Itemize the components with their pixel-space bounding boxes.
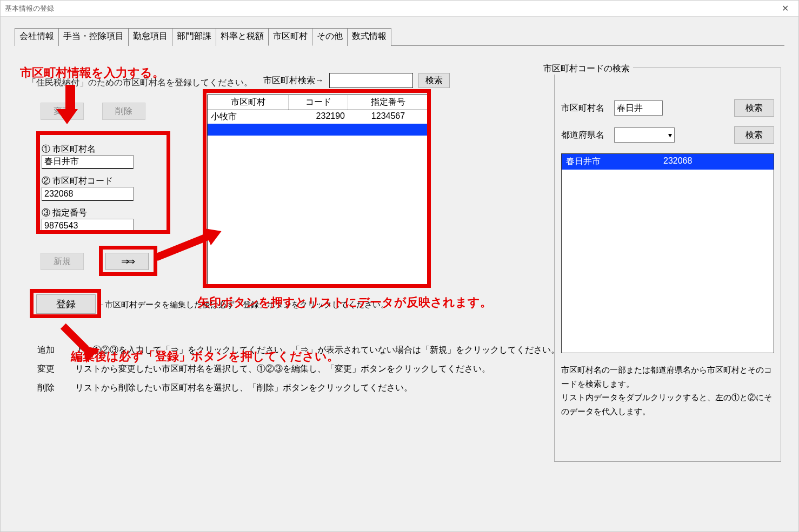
delete-button[interactable]: 削除 xyxy=(102,103,145,120)
help-del-lbl: 削除 xyxy=(37,378,73,397)
cell-code: 232190 xyxy=(289,110,348,124)
col-code: コード xyxy=(289,95,348,110)
tab-attendance[interactable]: 勤怠項目 xyxy=(128,28,172,46)
sp-cityname-input[interactable] xyxy=(614,100,663,116)
sp-pref-search-button[interactable]: 検索 xyxy=(734,126,774,144)
sp-pref-select[interactable]: ▾ xyxy=(614,127,675,143)
tab-formula[interactable]: 数式情報 xyxy=(347,28,391,46)
chevron-down-icon: ▾ xyxy=(668,131,672,139)
col-num: 指定番号 xyxy=(348,95,428,110)
cell-num: 1234567 xyxy=(348,110,428,124)
sp-result-list[interactable]: 春日井市 232068 xyxy=(561,153,774,353)
city-name-field[interactable] xyxy=(42,155,134,169)
register-button[interactable]: 登録 xyxy=(36,294,96,314)
help-text: 追加 上の①②③を入力して「⇒」をクリックしてください。「⇒」が表示されていない… xyxy=(37,340,560,398)
cell-city: 小牧市 xyxy=(208,110,289,124)
sp-note: 市区町村名の一部または都道府県名から市区町村とそのコードを検索します。 リスト内… xyxy=(561,363,774,418)
help-add-txt: 上の①②③を入力して「⇒」をクリックしてください。「⇒」が表示されていない場合は… xyxy=(75,345,560,354)
help-add-lbl: 追加 xyxy=(37,340,73,359)
sp-cell-name: 春日井市 xyxy=(566,156,663,167)
close-icon[interactable]: ✕ xyxy=(776,2,794,15)
tab-other[interactable]: その他 xyxy=(312,28,348,46)
city-list[interactable]: 市区町村 コード 指定番号 小牧市 232190 1234567 xyxy=(207,95,429,285)
entry-fields: ① 市区町村名 ② 市区町村コード ③ 指定番号 xyxy=(36,135,167,232)
window-title: 基本情報の登録 xyxy=(5,4,54,14)
list-row-selected[interactable] xyxy=(208,124,428,136)
code-search-panel: 市区町村名 検索 都道府県名 ▾ 検索 春日井市 xyxy=(554,68,781,462)
field2-label: ② 市区町村コード xyxy=(42,176,162,187)
search-label: 市区町村検索→ xyxy=(263,75,324,86)
sp-cityname-search-button[interactable]: 検索 xyxy=(734,99,774,117)
tab-bar: 会社情報 手当・控除項目 勤怠項目 部門部課 料率と税額 市区町村 その他 数式… xyxy=(15,28,784,46)
titlebar: 基本情報の登録 ✕ xyxy=(1,1,798,17)
sp-pref-row: 都道府県名 ▾ 検索 xyxy=(561,126,774,144)
annotation-arrow-diag-icon xyxy=(155,232,212,261)
help-chg-txt: リストから変更したい市区町村名を選択して、①②③を編集し、「変更」ボタンをクリッ… xyxy=(75,364,490,373)
list-row[interactable]: 小牧市 232190 1234567 xyxy=(208,110,428,124)
list-header: 市区町村 コード 指定番号 xyxy=(208,95,428,110)
page-instruction: 「住民税納付」のための市区町村名を登録してください。 xyxy=(28,77,252,89)
app-window: 基本情報の登録 ✕ 会社情報 手当・控除項目 勤怠項目 部門部課 料率と税額 市… xyxy=(0,0,799,532)
tab-rates[interactable]: 料率と税額 xyxy=(216,28,269,46)
sp-cityname-row: 市区町村名 検索 xyxy=(561,99,774,117)
new-button[interactable]: 新規 xyxy=(41,253,84,270)
sp-list-row[interactable]: 春日井市 232068 xyxy=(562,154,774,170)
city-search-row: 市区町村検索→ 検索 xyxy=(263,73,450,88)
city-search-input[interactable] xyxy=(329,73,413,88)
search-panel-legend: 市区町村コードの検索 xyxy=(540,63,633,75)
city-code-field[interactable] xyxy=(42,187,134,201)
tab-allowance[interactable]: 手当・控除項目 xyxy=(58,28,129,46)
tab-page-city: 「住民税納付」のための市区町村名を登録してください。 市区町村検索→ 検索 変更… xyxy=(15,46,784,532)
change-button[interactable]: 変更 xyxy=(41,103,84,120)
content-area: 会社情報 手当・控除項目 勤怠項目 部門部課 料率と税額 市区町村 その他 数式… xyxy=(15,28,784,517)
field1-label: ① 市区町村名 xyxy=(42,144,162,155)
tab-city[interactable]: 市区町村 xyxy=(268,28,312,46)
help-chg-lbl: 変更 xyxy=(37,359,73,378)
help-del-txt: リストから削除したい市区町村名を選択し、「削除」ボタンをクリックしてください。 xyxy=(75,383,412,392)
sp-cityname-label: 市区町村名 xyxy=(561,103,609,114)
tab-department[interactable]: 部門部課 xyxy=(172,28,216,46)
sp-cell-code: 232068 xyxy=(663,156,769,167)
col-city: 市区町村 xyxy=(208,95,289,110)
designation-number-field[interactable] xyxy=(42,219,134,233)
tab-company[interactable]: 会社情報 xyxy=(15,28,59,46)
arrow-add-button[interactable]: ⇒⇒ xyxy=(105,253,149,270)
search-button[interactable]: 検索 xyxy=(418,73,450,88)
field3-label: ③ 指定番号 xyxy=(42,207,162,219)
sp-pref-label: 都道府県名 xyxy=(561,130,609,141)
register-note: ←市区町村データを編集した後は必ず「登録」ボタンをクリックしてください。 xyxy=(97,300,389,310)
